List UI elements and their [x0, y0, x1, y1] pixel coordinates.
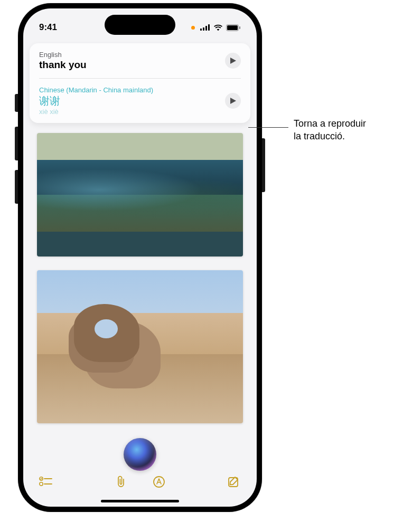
compose-button[interactable] [227, 475, 241, 489]
play-icon [230, 98, 236, 104]
source-text: thank you [39, 59, 87, 71]
svg-rect-0 [200, 28, 202, 31]
cellular-signal-icon [200, 24, 210, 31]
iphone-frame: 9:41 English thank you [18, 3, 262, 512]
notes-toolbar [23, 469, 257, 495]
siri-translation-card[interactable]: English thank you Chinese (Mandarin - Ch… [30, 43, 250, 123]
home-indicator[interactable] [101, 500, 179, 502]
play-source-button[interactable] [225, 53, 241, 69]
callout-line2: la traducció. [294, 131, 345, 141]
source-section: English thank you [30, 43, 250, 78]
svg-rect-2 [205, 26, 207, 31]
target-language-label: Chinese (Mandarin - China mainland) [39, 86, 153, 94]
source-text-block: English thank you [39, 51, 87, 71]
battery-icon [226, 24, 241, 31]
siri-orb-icon[interactable] [124, 438, 156, 471]
romanization-text: xiè xiè [39, 108, 153, 116]
source-language-label: English [39, 51, 87, 59]
play-translation-button[interactable] [225, 93, 241, 109]
recording-indicator-icon [191, 26, 195, 30]
svg-rect-6 [239, 26, 240, 29]
attachment-button[interactable] [114, 475, 128, 489]
callout-leader-line [248, 127, 288, 128]
target-text: 谢谢 [39, 94, 153, 107]
status-time: 9:41 [39, 22, 57, 33]
svg-rect-1 [203, 27, 204, 31]
dynamic-island [105, 15, 175, 35]
svg-point-11 [154, 477, 164, 487]
note-photo-river[interactable] [37, 133, 243, 256]
checklist-button[interactable] [39, 475, 53, 489]
play-icon [230, 58, 236, 64]
svg-rect-3 [208, 24, 210, 31]
callout-line1: Torna a reproduir [294, 118, 366, 129]
svg-point-8 [40, 482, 43, 486]
target-text-block: Chinese (Mandarin - China mainland) 谢谢 x… [39, 86, 153, 116]
wifi-icon [213, 24, 223, 31]
screen: 9:41 English thank you [23, 8, 257, 507]
power-button [262, 138, 265, 192]
status-indicators [191, 24, 241, 31]
callout-annotation: Torna a reproduir la traducció. [294, 117, 366, 143]
note-photo-desert-arch[interactable] [37, 270, 243, 423]
markup-button[interactable] [152, 475, 166, 489]
target-section: Chinese (Mandarin - China mainland) 谢谢 x… [30, 79, 250, 123]
svg-rect-5 [227, 25, 238, 30]
